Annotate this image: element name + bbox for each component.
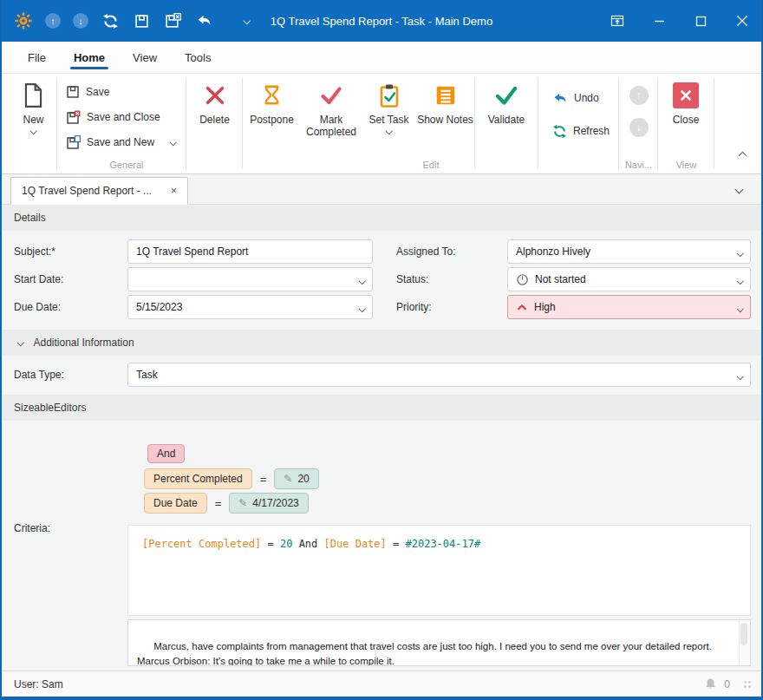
pencil-icon: ✎ [284, 473, 292, 485]
tab-file[interactable]: File [14, 42, 60, 73]
tab-view[interactable]: View [119, 42, 171, 73]
save-and-close-button[interactable]: Save and Close [66, 108, 186, 127]
minimize-icon[interactable] [638, 0, 680, 42]
maximize-icon[interactable] [680, 0, 721, 42]
app-window: ↑ ↓ [0, 0, 763, 700]
tab-list-chevron-icon[interactable] [736, 183, 742, 195]
start-date-dropdown[interactable] [127, 267, 373, 291]
gear-icon[interactable] [14, 11, 33, 30]
chevron-down-icon[interactable] [360, 301, 365, 313]
validate-button[interactable]: Validate [475, 74, 538, 173]
section-header-sizeable-editors: SizeableEditors [2, 395, 761, 421]
group-label-view: View [658, 160, 714, 170]
bell-icon[interactable] [704, 677, 717, 690]
group-label-general: General [10, 160, 243, 170]
section-header-additional-information[interactable]: Additional Information [2, 330, 761, 356]
close-window-icon[interactable] [721, 0, 763, 42]
filter-builder: And Percent Completed = ✎ 20 Due Date = … [127, 421, 751, 514]
filter-field-chip[interactable]: Percent Completed [144, 468, 252, 489]
record-up-icon[interactable]: ↑ [629, 86, 649, 105]
scrollbar[interactable] [739, 621, 749, 664]
chevron-down-icon[interactable] [738, 273, 743, 285]
data-type-dropdown[interactable]: Task [127, 363, 751, 387]
show-notes-button[interactable]: Show Notes [416, 74, 474, 173]
title-bar: ↑ ↓ [0, 0, 763, 42]
refresh-icon[interactable] [101, 11, 120, 30]
close-view-button[interactable]: Close [658, 74, 714, 173]
delete-button[interactable]: Delete [186, 74, 243, 173]
ribbon-tab-bar: File Home View Tools [2, 42, 761, 74]
priority-high-icon [516, 302, 528, 312]
notification-count: 0 [724, 678, 730, 690]
status-bar: User: Sam 0 [2, 671, 761, 697]
tab-home[interactable]: Home [60, 42, 119, 73]
filter-operator[interactable]: = [260, 473, 267, 486]
window-bottom-border [0, 697, 763, 700]
subject-input[interactable]: 1Q Travel Spend Report [127, 239, 373, 264]
pink-check-icon [319, 81, 343, 110]
collapse-chevron-icon[interactable] [17, 339, 24, 346]
close-red-icon [673, 81, 699, 110]
postpone-button[interactable]: Postpone [243, 74, 301, 173]
filter-condition-row: Due Date = ✎ 4/17/2023 [144, 493, 751, 514]
new-button[interactable]: New [10, 74, 56, 173]
filter-value-chip[interactable]: ✎ 4/17/2023 [229, 493, 308, 514]
hourglass-icon [260, 81, 284, 110]
filter-operator[interactable]: = [215, 497, 222, 510]
due-date-dropdown[interactable]: 5/15/2023 [127, 295, 373, 319]
dock-window-icon[interactable] [597, 0, 638, 42]
quick-access-toolbar: ↑ ↓ [14, 11, 257, 30]
filter-group-and-chip[interactable]: And [147, 444, 185, 463]
status-label: Status: [396, 267, 507, 291]
filter-field-chip[interactable]: Due Date [144, 493, 207, 514]
start-date-label: Start Date: [14, 267, 127, 291]
save-button[interactable]: Save [66, 82, 186, 101]
ribbon-group-view: Close View [658, 74, 714, 173]
window-controls [597, 0, 763, 42]
record-down-icon[interactable]: ↓ [629, 118, 649, 137]
undo-icon[interactable] [194, 11, 213, 30]
mark-completed-button[interactable]: Mark Completed [301, 74, 362, 173]
due-date-label: Due Date: [14, 295, 127, 319]
ribbon: New Save Save and Close [2, 74, 761, 174]
criteria-expression-editor[interactable]: [Percent Completed] = 20 And [Due Date] … [127, 525, 751, 616]
save-icon[interactable] [132, 11, 151, 30]
document-tab[interactable]: 1Q Travel Spend Report - ... × [10, 177, 188, 205]
data-type-label: Data Type: [14, 363, 127, 387]
ribbon-group-general: New Save Save and Close [10, 74, 243, 173]
toolbar-options-chevron-icon[interactable] [238, 11, 257, 30]
new-document-icon [22, 81, 45, 110]
chevron-down-icon[interactable] [738, 245, 743, 258]
save-and-new-button[interactable]: Save and New [66, 133, 186, 152]
criteria-section: Criteria: And Percent Completed = ✎ 20 D… [2, 421, 761, 671]
save-and-close-icon[interactable] [163, 11, 182, 30]
navigate-up-icon[interactable]: ↑ [45, 13, 61, 29]
collapse-ribbon-icon[interactable] [740, 149, 746, 161]
status-user: User: Sam [14, 678, 63, 690]
tab-tools[interactable]: Tools [171, 42, 225, 73]
priority-dropdown[interactable]: High [507, 295, 751, 319]
navigate-down-icon[interactable]: ↓ [73, 13, 88, 29]
chevron-down-icon[interactable] [738, 369, 743, 381]
notes-textarea[interactable]: Marcus, have complaints from management … [127, 619, 751, 666]
save-button-stack: Save Save and Close Save and New [57, 74, 186, 173]
group-label-edit: Edit [243, 160, 619, 170]
status-dropdown[interactable]: Not started [507, 267, 751, 291]
group-label-navigation: Navi... [619, 160, 658, 170]
notes-icon [434, 81, 457, 110]
undo-button[interactable]: Undo [552, 88, 618, 108]
delete-x-icon [204, 81, 226, 110]
set-task-button[interactable]: Set Task [362, 74, 416, 173]
document-tab-close-icon[interactable]: × [171, 185, 177, 197]
section-header-details: Details [2, 205, 761, 231]
chevron-down-icon[interactable] [360, 273, 365, 285]
filter-value-chip[interactable]: ✎ 20 [274, 468, 318, 489]
criteria-label: Criteria: [14, 522, 50, 534]
pencil-icon: ✎ [238, 497, 247, 509]
chevron-down-icon[interactable] [738, 301, 743, 313]
refresh-button[interactable]: Refresh [552, 121, 618, 141]
green-check-icon [493, 81, 519, 110]
status-not-started-icon [516, 273, 529, 286]
assigned-to-dropdown[interactable]: Alphonzo Hively [507, 239, 751, 264]
resize-grip[interactable] [742, 679, 753, 690]
